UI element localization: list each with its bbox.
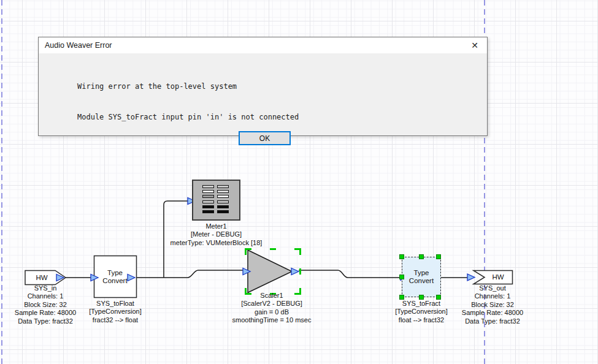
- meter-bar: [217, 195, 229, 198]
- meter1-caption: Meter1 [Meter - DEBUG] meterType: VUMete…: [161, 222, 272, 247]
- module-name[interactable]: Scaler1: [220, 292, 324, 300]
- meter-bar: [217, 190, 229, 193]
- module-name[interactable]: SYS_in: [2, 284, 88, 292]
- meter-bar: [217, 185, 229, 188]
- module-detail: gain = 0 dB: [220, 308, 324, 316]
- selection-handle[interactable]: [299, 268, 301, 275]
- sys-out-input-pin-icon[interactable]: [467, 274, 475, 281]
- selection-handle[interactable]: [436, 295, 441, 300]
- scaler1-caption: Scaler1 [ScalerV2 - DEBUG] gain = 0 dB s…: [220, 292, 324, 325]
- type-convert-label-line: Type: [414, 269, 429, 277]
- module-detail: Sample Rate: 48000: [450, 309, 535, 317]
- sys-out-block[interactable]: [473, 271, 513, 284]
- meter-bar: [217, 200, 229, 203]
- module-detail: [Meter - DEBUG]: [161, 230, 272, 238]
- sys-out-caption: SYS_out Channels: 1 Block Size: 32 Sampl…: [450, 284, 535, 325]
- module-name[interactable]: Meter1: [161, 222, 272, 230]
- selection-handle[interactable]: [419, 295, 424, 300]
- module-detail: fract32 --> float: [72, 316, 158, 324]
- selection-handle[interactable]: [399, 275, 404, 279]
- module-detail: smoothingTime = 10 msec: [220, 316, 324, 324]
- module-detail: Channels: 1: [450, 292, 535, 300]
- meter-bar: [202, 200, 214, 203]
- module-detail: meterType: VUMeterBlock [18]: [161, 239, 272, 247]
- sys-tofract-block[interactable]: Type Convert: [402, 257, 441, 297]
- ok-button[interactable]: OK: [239, 131, 291, 145]
- selection-handle[interactable]: [419, 254, 424, 259]
- error-dialog: Audio Weaver Error ✕ Wiring error at the…: [38, 37, 488, 136]
- meter-bar: [202, 185, 214, 188]
- selection-handle[interactable]: [436, 254, 441, 259]
- meter-bar: [217, 205, 229, 208]
- scaler1-block[interactable]: [248, 250, 292, 293]
- close-icon[interactable]: ✕: [467, 39, 482, 52]
- error-message: Wiring error at the top-level system Mod…: [39, 53, 487, 142]
- module-name[interactable]: SYS_toFloat: [72, 300, 158, 308]
- meter1-block[interactable]: [192, 180, 240, 221]
- selection-handle[interactable]: [399, 295, 404, 300]
- module-name[interactable]: SYS_out: [450, 284, 535, 292]
- module-detail: Data Type: fract32: [450, 317, 535, 325]
- vu-meter-icon: [202, 185, 229, 215]
- module-detail: Block Size: 32: [450, 301, 535, 309]
- meter-bar: [202, 190, 214, 193]
- dialog-titlebar[interactable]: Audio Weaver Error ✕: [39, 37, 487, 53]
- module-detail: [TypeConversion]: [72, 308, 158, 316]
- sys-tofloat-caption: SYS_toFloat [TypeConversion] fract32 -->…: [72, 300, 158, 324]
- scaler1-output-pin-icon[interactable]: [291, 268, 299, 275]
- error-message-line: Module SYS_toFract input pin 'in' is not…: [77, 112, 487, 123]
- dialog-title: Audio Weaver Error: [39, 41, 112, 50]
- selection-bracket[interactable]: [294, 248, 301, 255]
- error-message-line: Wiring error at the top-level system: [77, 82, 487, 92]
- meter-bar: [202, 195, 214, 198]
- dialog-body: Wiring error at the top-level system Mod…: [39, 53, 487, 137]
- sys-tofract-block-label: Type Convert: [402, 257, 440, 297]
- meter-bar: [202, 210, 214, 213]
- module-detail: [ScalerV2 - DEBUG]: [220, 300, 324, 308]
- selection-handle[interactable]: [270, 248, 276, 250]
- wire-scaler-to-tofract[interactable]: [299, 270, 402, 278]
- selection-bracket[interactable]: [245, 248, 251, 255]
- meter-bar: [217, 210, 229, 213]
- wire-tofloat-to-scaler[interactable]: [135, 270, 248, 278]
- meter-bar: [202, 205, 214, 208]
- designer-canvas[interactable]: Type Convert HW Type Convert HW SYS_in C…: [0, 0, 598, 364]
- type-convert-label-line: Convert: [409, 277, 434, 285]
- selection-handle[interactable]: [399, 254, 404, 259]
